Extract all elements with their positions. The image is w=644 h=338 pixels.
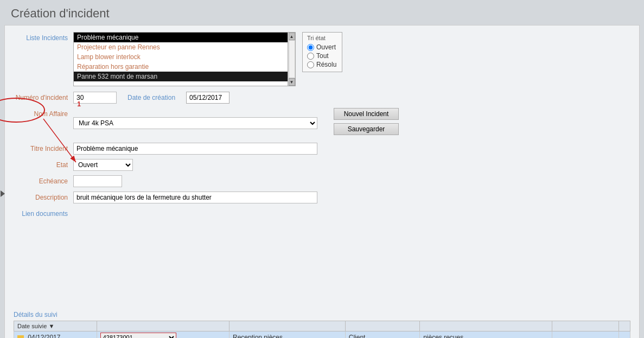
sort-icon: ▼ <box>48 323 54 329</box>
folder-icon-0 <box>17 335 24 338</box>
suivi-type-0: Reception pièces <box>229 331 345 339</box>
incident-item-0[interactable]: Problème mécanique <box>74 33 295 42</box>
incident-item-1[interactable]: Projecteur en panne Rennes <box>74 42 295 52</box>
scrollbar-track[interactable] <box>289 40 295 78</box>
description-label: Description <box>14 192 73 201</box>
tri-etat-box: Tri état Ouvert Tout Résolu <box>302 32 342 72</box>
radio-ouvert[interactable]: Ouvert <box>307 43 336 51</box>
description-input[interactable] <box>73 192 317 203</box>
date-creation-label: Date de création <box>127 94 175 101</box>
suivi-desc-0: pièces reçues <box>420 331 552 339</box>
radio-tout[interactable]: Tout <box>307 52 336 60</box>
nav-arrow <box>1 190 5 197</box>
radio-ouvert-input[interactable] <box>307 44 314 51</box>
suivi-col-extra <box>552 321 619 331</box>
suivi-col-date[interactable]: Date suivie ▼ <box>14 321 97 331</box>
incident-item-2[interactable]: Lamp blower interlock <box>74 52 295 62</box>
suivi-col-type <box>229 321 345 331</box>
incidents-listbox[interactable]: Problème mécanique Projecteur en panne R… <box>73 32 296 86</box>
scrollbar-down[interactable]: ▼ <box>289 78 295 86</box>
annotation-number: 1 <box>77 100 81 108</box>
radio-resolu[interactable]: Résolu <box>307 61 336 68</box>
suivi-extra-0 <box>552 331 619 339</box>
svg-line-2 <box>43 119 76 162</box>
nom-affaire-row: Nom Affaire 1 Mur 4k PSA <box>14 108 630 138</box>
liste-incidents-row: Liste Incidents Problème mécanique Proje… <box>14 32 630 86</box>
scrollbar-up[interactable]: ▲ <box>289 33 295 40</box>
nom-affaire-label: Nom Affaire 1 <box>14 108 73 118</box>
page-title: Création d'incident <box>0 0 644 25</box>
suivi-date-0: 04/12/2017 <box>14 331 97 339</box>
radio-resolu-input[interactable] <box>307 61 314 68</box>
annotation-circle-svg <box>0 103 41 127</box>
lien-documents-row: Lien documents 2W436B5F00624 Netgear GS1… <box>14 208 630 224</box>
liste-incidents-label: Liste Incidents <box>14 32 73 42</box>
suivi-header-row: Date suivie ▼ <box>14 321 630 331</box>
radio-tout-label: Tout <box>316 52 329 60</box>
date-creation-input[interactable] <box>186 92 229 104</box>
tri-etat-title: Tri état <box>307 35 336 41</box>
suivi-col-client <box>345 321 419 331</box>
description-row: Description <box>14 192 630 203</box>
radio-resolu-label: Résolu <box>316 61 336 68</box>
nouvel-incident-button[interactable]: Nouvel Incident <box>334 108 399 120</box>
suivi-client-0: Client <box>345 331 419 339</box>
suivi-table: Date suivie ▼ <box>14 321 630 338</box>
radio-tout-input[interactable] <box>307 53 314 60</box>
radio-ouvert-label: Ouvert <box>316 43 336 51</box>
listbox-scrollbar[interactable]: ▲ ▼ <box>288 33 295 86</box>
suivi-row-0[interactable]: 04/12/2017 428173001 Reception pièces Cl… <box>14 331 630 339</box>
suivi-col-ref <box>97 321 229 331</box>
suivi-ref-0[interactable]: 428173001 <box>97 331 229 339</box>
annotation-arrow <box>43 119 152 184</box>
details-suivi-label: Détails du suivi <box>14 311 630 318</box>
suivi-ref-select-0[interactable]: 428173001 <box>100 333 176 338</box>
lien-documents-label: Lien documents <box>14 208 73 218</box>
incident-item-4[interactable]: Panne 532 mont de marsan <box>74 72 295 81</box>
numero-row: Numéro d'incident Date de création <box>14 92 630 104</box>
suivi-col-desc <box>420 321 552 331</box>
incident-item-3[interactable]: Réparation hors garantie <box>74 62 295 72</box>
buttons-col: Nouvel Incident Sauvegarder <box>334 108 399 138</box>
sauvegarder-button[interactable]: Sauvegarder <box>334 123 399 135</box>
suivi-scrollbar-0 <box>619 331 630 339</box>
details-suivi-section: Détails du suivi Date suivie ▼ <box>14 311 630 338</box>
numero-label: Numéro d'incident <box>14 92 73 101</box>
suivi-col-scrollbar <box>619 321 630 331</box>
